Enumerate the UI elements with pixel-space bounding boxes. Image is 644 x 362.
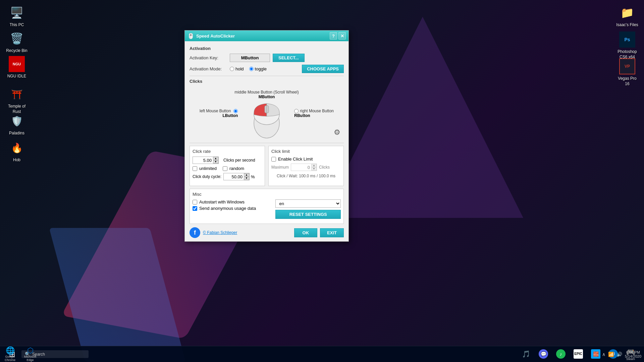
radio-hold-input[interactable] (230, 67, 234, 71)
click-rate-input[interactable]: 5.00 (193, 157, 213, 164)
duty-cycle-up-button[interactable]: ▲ (244, 173, 249, 177)
taskbar-edge[interactable]: ⬡ Microsoft Edge (20, 346, 40, 362)
discord-icon: 💬 (539, 349, 548, 359)
desktop-icon-ngu-idle[interactable]: NGU NGU IDLE (3, 55, 30, 81)
activation-mode-label: Activation Mode: (190, 66, 230, 71)
ok-button[interactable]: OK (294, 228, 318, 237)
dialog-help-button[interactable]: ? (330, 32, 337, 40)
unlimited-row: unlimited random (193, 166, 262, 171)
taskbar-discord[interactable]: 💬 (535, 346, 551, 362)
bg-triangle (322, 17, 523, 218)
this-pc-label: This PC (9, 22, 25, 28)
reset-settings-button[interactable]: RESET SETTINGS (275, 210, 341, 219)
max-clicks-down-button[interactable]: ▼ (311, 167, 317, 171)
dialog-content: Activation Activation Key: MButton SELEC… (185, 41, 348, 241)
desktop-icon-this-pc[interactable]: 🖥️ This PC (3, 3, 30, 29)
click-rate-down-button[interactable]: ▼ (213, 160, 218, 164)
max-clicks-up-button[interactable]: ▲ (311, 164, 317, 167)
click-rate-up-button[interactable]: ▲ (213, 157, 218, 160)
radio-right-mouse[interactable]: right Mouse Button (294, 109, 334, 113)
duty-cycle-input[interactable]: 50.00 (224, 174, 244, 180)
clicks-section-header: Clicks (190, 79, 344, 84)
network-icon: 📶 (608, 352, 614, 357)
click-rate-spinbox[interactable]: 5.00 ▲ ▼ (193, 157, 219, 164)
max-clicks-spinbox-buttons: ▲ ▼ (311, 164, 317, 171)
anon-data-checkbox[interactable] (193, 206, 197, 211)
anon-data-row: Send anonymous usage data (193, 206, 256, 211)
right-mouse-key: RButton (294, 113, 334, 118)
activation-key-label: Activation Key: (190, 55, 230, 60)
right-mouse-label: right Mouse Button RButton (294, 109, 334, 118)
enable-click-limit-checkbox[interactable] (271, 157, 276, 162)
dialog-titlebar: 🖱️ Speed AutoClicker ? ✕ (185, 31, 348, 41)
taskbar-chrome[interactable]: 🌐 Google Chrome (0, 346, 20, 362)
desktop-icon-hob[interactable]: 🔥 Hob (3, 138, 30, 165)
max-clicks-input[interactable]: 0 (291, 164, 311, 171)
taskbar-vlc[interactable]: 🎵 Google Chrome (518, 346, 534, 362)
left-mouse-text: left Mouse Button (200, 109, 231, 113)
dialog-action-buttons: OK EXIT (294, 228, 344, 237)
click-rate-panel: Click rate 5.00 ▲ ▼ Clicks per second (190, 146, 265, 186)
misc-content: Autostart with Windows Send anonymous us… (193, 199, 341, 221)
exit-button[interactable]: EXIT (320, 228, 344, 237)
misc-checkboxes: Autostart with Windows Send anonymous us… (193, 199, 256, 221)
duty-cycle-unit: % (251, 174, 255, 179)
paladins-label: Paladins (8, 130, 25, 136)
duty-cycle-down-button[interactable]: ▼ (244, 177, 249, 180)
epic-games-icon: EPIC (574, 349, 583, 359)
radio-left-mouse-input[interactable] (233, 109, 238, 113)
dialog-bottom-row: f © Fabian Schlieper OK EXIT (190, 227, 344, 238)
random-checkbox[interactable] (223, 166, 227, 171)
click-rate-spinbox-buttons: ▲ ▼ (213, 157, 218, 164)
enable-click-limit-row: Enable Click Limit (271, 157, 341, 162)
radio-right-mouse-input[interactable] (294, 109, 299, 113)
enable-click-limit-label: Enable Click Limit (278, 157, 313, 162)
desktop-icon-recycle-bin[interactable]: 🗑️ Recycle Bin (3, 29, 30, 55)
choose-apps-button[interactable]: CHOOSE APPS (302, 65, 344, 73)
taskbar-epic-games[interactable]: EPIC (570, 346, 586, 362)
middle-mouse-key: MButton (234, 95, 299, 99)
desktop-icon-isaacs-files[interactable]: 📁 Isaac's Files (614, 3, 641, 29)
facebook-icon[interactable]: f (190, 227, 200, 238)
isaacs-files-icon: 📁 (619, 5, 635, 21)
divider-1 (190, 76, 344, 76)
dialog-close-button[interactable]: ✕ (338, 32, 346, 40)
ngu-idle-icon: NGU (9, 56, 25, 72)
autostart-checkbox[interactable] (193, 200, 197, 204)
desktop-icon-paladins[interactable]: 🛡️ Paladins (3, 112, 30, 138)
radio-toggle-input[interactable] (249, 67, 254, 71)
vegas-icon: VP (619, 58, 635, 74)
click-limit-title: Click limit (271, 149, 341, 154)
taskbar-spotify[interactable]: ♪ (553, 346, 569, 362)
taskbar-chrome-label: Google Chrome (1, 355, 19, 362)
settings-gear-button[interactable]: ⚙ (334, 128, 340, 137)
radio-hold-label: hold (235, 66, 244, 71)
credit-link[interactable]: © Fabian Schlieper (203, 230, 237, 235)
max-clicks-row: Maximum 0 ▲ ▼ Clicks (271, 164, 341, 171)
desktop: 🖥️ This PC 🗑️ Recycle Bin NGU NGU IDLE ⛩… (0, 0, 644, 362)
clock[interactable]: 6:52 PM 5/14/2020 (625, 350, 641, 358)
select-key-button[interactable]: SELECT... (273, 54, 305, 62)
radio-toggle[interactable]: toggle (249, 66, 267, 71)
desktop-icon-vegas[interactable]: VP Vegas Pro 16 (614, 57, 641, 88)
taskbar: ⊞ 🔍 Search 🎵 Google Chrome 💬 ♪ EPIC (0, 346, 644, 362)
unlimited-label: unlimited (199, 166, 217, 171)
duty-cycle-spinbox[interactable]: 50.00 ▲ ▼ (223, 173, 250, 180)
max-clicks-spinbox[interactable]: 0 ▲ ▼ (291, 164, 317, 171)
misc-panel: Misc Autostart with Windows Send anonymo… (190, 189, 344, 224)
system-tray: ∧ 📶 🔊 6:52 PM 5/14/2020 (599, 346, 644, 362)
unlimited-checkbox[interactable] (193, 166, 197, 171)
random-label: random (229, 166, 244, 171)
hob-icon: 🔥 (9, 140, 25, 156)
activation-key-row: Activation Key: MButton SELECT... (190, 54, 344, 62)
language-select[interactable]: en de fr (275, 199, 341, 208)
mouse-diagram-area: middle Mouse Button (Scroll Wheel) MButt… (190, 86, 344, 140)
duty-cycle-spinbox-buttons: ▲ ▼ (244, 173, 249, 180)
paladins-icon: 🛡️ (9, 113, 25, 129)
radio-hold[interactable]: hold (230, 66, 244, 71)
temple-icon: ⛩️ (9, 86, 25, 102)
click-rate-title: Click rate (193, 149, 262, 154)
clock-date: 5/14/2020 (625, 354, 641, 358)
radio-left-mouse[interactable]: left Mouse Button (200, 109, 238, 113)
tray-icons: ∧ (602, 352, 605, 357)
